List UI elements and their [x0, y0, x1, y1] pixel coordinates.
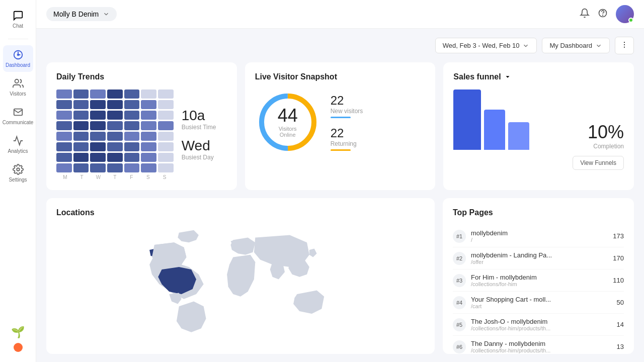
trends-content: M T W T F S S 10a Busiest Time	[56, 89, 227, 180]
more-options-button[interactable]	[615, 37, 634, 54]
fire-icon: 🌱	[11, 326, 25, 339]
help-icon[interactable]	[598, 8, 608, 20]
heatmap-day-w: W	[90, 174, 107, 180]
sidebar-analytics-label: Analytics	[8, 148, 28, 154]
bottom-row-cards: Locations	[46, 198, 634, 354]
page-name: The Danny - mollybdenim	[471, 340, 612, 347]
funnel-pct-label: Completion	[588, 143, 624, 150]
notification-bell-icon[interactable]	[580, 8, 590, 20]
page-name: Your Shopping Cart - moll...	[471, 296, 612, 303]
sidebar-item-communicate[interactable]: Communicate	[3, 103, 33, 129]
daily-trends-title: Daily Trends	[56, 72, 227, 81]
heatmap-cell	[56, 132, 72, 141]
visitors-icon	[13, 78, 24, 89]
dashboard: Wed, Feb 3 - Wed, Feb 10 My Dashboard	[36, 29, 644, 362]
heatmap-cell	[141, 111, 156, 120]
busiest-time-stat: 10a Busiest Time	[182, 109, 227, 131]
funnel-header: Sales funnel	[453, 72, 624, 81]
view-funnels-button[interactable]: View Funnels	[573, 156, 624, 170]
donut-chart: 44 Visitors Online	[255, 89, 320, 155]
page-info: Your Shopping Cart - moll... /cart	[471, 296, 612, 309]
sidebar-dashboard-label: Dashboard	[6, 62, 30, 68]
sidebar-item-dashboard[interactable]: Dashboard	[3, 45, 33, 72]
dashboard-chevron-icon	[595, 42, 602, 49]
avatar[interactable]	[616, 5, 634, 23]
heatmap-cell	[90, 121, 106, 130]
heatmap-cell	[158, 153, 174, 162]
sidebar-item-chat[interactable]: Chat	[3, 6, 33, 33]
sidebar-item-analytics[interactable]: Analytics	[3, 131, 33, 158]
funnel-pct-value: 10%	[588, 122, 624, 143]
date-range-button[interactable]: Wed, Feb 3 - Wed, Feb 10	[435, 38, 537, 53]
dashboard-selector-button[interactable]: My Dashboard	[542, 38, 610, 53]
page-rank: #3	[453, 274, 466, 287]
list-item[interactable]: #4 Your Shopping Cart - moll... /cart 50	[453, 292, 624, 314]
list-item[interactable]: #2 mollybdenim - Landing Pa... /offer 17…	[453, 247, 624, 269]
top-row-cards: Daily Trends M T W T F S S	[46, 62, 634, 190]
heatmap-cell	[73, 100, 89, 109]
date-range-label: Wed, Feb 3 - Wed, Feb 10	[443, 42, 520, 49]
sidebar-item-visitors[interactable]: Visitors	[3, 74, 33, 101]
heatmap-cell	[141, 121, 156, 130]
sidebar-item-settings[interactable]: Settings	[3, 160, 33, 187]
page-name: mollybdenim - Landing Pa...	[471, 251, 608, 259]
visitors-count: 44	[271, 107, 304, 125]
list-item[interactable]: #5 The Josh-O - mollybdenim /collections…	[453, 314, 624, 336]
page-url: /collections/for-him/products/th...	[471, 347, 612, 353]
funnel-bar-1	[453, 89, 481, 150]
page-url: /	[471, 237, 608, 243]
svg-point-1	[17, 54, 19, 56]
page-url: /collections/for-him	[471, 281, 608, 287]
locations-card: Locations	[46, 198, 435, 354]
store-selector[interactable]: Molly B Denim	[46, 7, 117, 21]
heatmap-cell	[141, 89, 156, 99]
svg-point-9	[624, 47, 625, 48]
communicate-icon	[13, 107, 24, 118]
heatmap-cell	[124, 121, 140, 130]
main-content: Molly B Denim	[36, 0, 644, 362]
svg-point-6	[603, 15, 603, 16]
page-count: 173	[613, 232, 624, 240]
pages-list: #1 mollybdenim / 173 #2 mollybdenim - La…	[453, 225, 624, 354]
heatmap-cell	[141, 163, 156, 172]
heatmap-cell	[124, 89, 140, 99]
store-name: Molly B Denim	[53, 10, 99, 18]
busiest-time-label: Busiest Time	[182, 124, 227, 131]
heatmap-cell	[141, 153, 156, 162]
busiest-day-label: Busiest Day	[182, 154, 227, 161]
top-pages-title: Top Pages	[453, 208, 624, 217]
heatmap-cell	[141, 132, 156, 141]
heatmap-cell	[141, 100, 156, 109]
returning-label: Returning	[331, 140, 363, 147]
funnel-title: Sales funnel	[453, 72, 501, 81]
page-rank: #4	[453, 296, 466, 309]
page-count: 110	[613, 277, 624, 284]
daily-trends-card: Daily Trends M T W T F S S	[46, 62, 237, 190]
visitors-online-label: Visitors Online	[271, 126, 304, 138]
sidebar-chat-label: Chat	[13, 23, 23, 29]
heatmap-day-s2: S	[156, 174, 173, 180]
heatmap-cell	[107, 121, 123, 130]
list-item[interactable]: #3 For Him - mollybdenim /collections/fo…	[453, 269, 624, 292]
sidebar-settings-label: Settings	[9, 177, 27, 183]
header-right	[580, 5, 634, 23]
page-url: /cart	[471, 303, 612, 309]
notification-dot[interactable]	[14, 343, 23, 352]
heatmap-cell	[73, 89, 89, 99]
header: Molly B Denim	[36, 0, 644, 29]
busiest-day-value: Wed	[182, 139, 227, 153]
new-visitors-label: New visitors	[331, 108, 363, 115]
list-item[interactable]: #6 The Danny - mollybdenim /collections/…	[453, 336, 624, 354]
new-visitors-count: 22	[331, 94, 363, 108]
heatmap-day-t2: T	[107, 174, 123, 180]
heatmap-cell	[56, 111, 72, 120]
returning-visitors-stat: 22 Returning	[331, 126, 363, 151]
heatmap-cell	[124, 163, 140, 172]
heatmap-cell	[90, 89, 106, 99]
heatmap-cell	[56, 100, 72, 109]
svg-point-7	[624, 42, 625, 43]
dashboard-icon	[13, 49, 24, 60]
heatmap-cell	[73, 163, 89, 172]
page-info: For Him - mollybdenim /collections/for-h…	[471, 274, 608, 287]
list-item[interactable]: #1 mollybdenim / 173	[453, 225, 624, 247]
